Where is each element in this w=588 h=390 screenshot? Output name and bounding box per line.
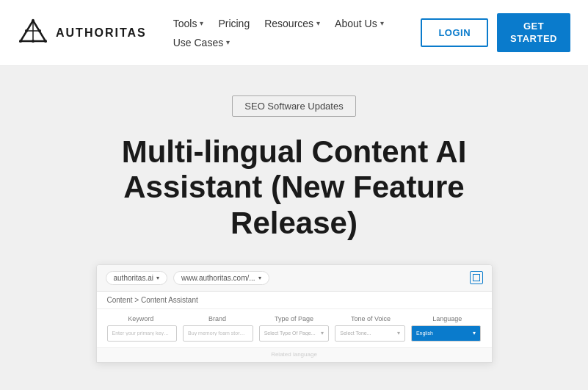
nav-about[interactable]: About Us ▾ [329,15,390,32]
keyword-input[interactable]: Enter your primary keyword/phrase or pas… [107,325,178,342]
screenshot-preview: authoritas.ai ▾ www.authoritas.com/... ▾… [96,264,493,363]
login-button[interactable]: LOGIN [421,18,488,47]
form-labels-row: Keyword Brand Type of Page Tone of Voice… [107,315,482,322]
type-select[interactable]: Select Type Of Page... ▾ [259,325,330,342]
get-started-button[interactable]: GETSTARTED [497,13,570,53]
hero-title: Multi-lingual Content AI Assistant (New … [67,134,522,241]
screenshot-form: Keyword Brand Type of Page Tone of Voice… [97,309,492,347]
nav-left: AUTHORITAS Tools ▾ Pricing Resources ▾ A… [18,15,390,51]
chevron-icon: ▾ [156,275,159,281]
chevron-down-icon: ▾ [316,19,320,27]
chevron-down-icon: ▾ [380,19,384,27]
navbar: AUTHORITAS Tools ▾ Pricing Resources ▾ A… [0,0,588,66]
svg-point-5 [19,40,22,43]
expand-icon-inner [473,274,480,281]
expand-icon-wrapper [470,271,483,284]
svg-point-7 [25,29,28,32]
brand-input[interactable]: Buy memory foam store.store-name.com/pro… [183,325,253,342]
form-label-type: Type of Page [260,315,327,322]
nav-tools[interactable]: Tools ▾ [167,15,210,32]
nav-row1: Tools ▾ Pricing Resources ▾ About Us ▾ [167,15,390,32]
screenshot-footer: Related language [97,347,492,362]
nav-pricing[interactable]: Pricing [212,15,255,32]
form-label-keyword: Keyword [107,315,175,322]
form-label-brand: Brand [184,315,251,322]
category-badge: SEO Software Updates [232,95,355,117]
url-pill-1: authoritas.ai ▾ [106,271,167,285]
nav-row2: Use Cases ▾ [167,34,390,51]
screenshot-breadcrumb: Content > Content Assistant [97,292,492,309]
screenshot-topbar: authoritas.ai ▾ www.authoritas.com/... ▾ [97,265,492,292]
nav-resources[interactable]: Resources ▾ [258,15,326,32]
nav-use-cases[interactable]: Use Cases ▾ [167,34,236,51]
tone-select[interactable]: Select Tone... ▾ [335,325,405,342]
nav-right: LOGIN GETSTARTED [421,13,570,53]
hero-section: SEO Software Updates Multi-lingual Conte… [0,66,588,390]
svg-point-4 [32,19,35,22]
logo-icon [18,18,48,48]
chevron-icon: ▾ [473,330,476,336]
svg-point-8 [38,29,41,32]
chevron-icon: ▾ [397,330,400,336]
language-select[interactable]: English ▾ [411,325,482,342]
form-inputs-row: Enter your primary keyword/phrase or pas… [107,325,482,342]
chevron-icon: ▾ [258,275,261,281]
chevron-icon: ▾ [321,330,324,336]
logo-text: AUTHORITAS [56,26,147,40]
chevron-down-icon: ▾ [226,38,230,46]
nav-links-wrapper: Tools ▾ Pricing Resources ▾ About Us ▾ U… [167,15,390,51]
expand-icon [470,271,483,284]
logo-area[interactable]: AUTHORITAS [18,18,147,48]
form-label-language: Language [413,315,481,322]
svg-point-9 [32,40,35,43]
url-pill-2: www.authoritas.com/... ▾ [173,271,269,285]
form-label-tone: Tone of Voice [337,315,404,322]
chevron-down-icon: ▾ [200,19,203,27]
svg-point-6 [44,40,47,43]
